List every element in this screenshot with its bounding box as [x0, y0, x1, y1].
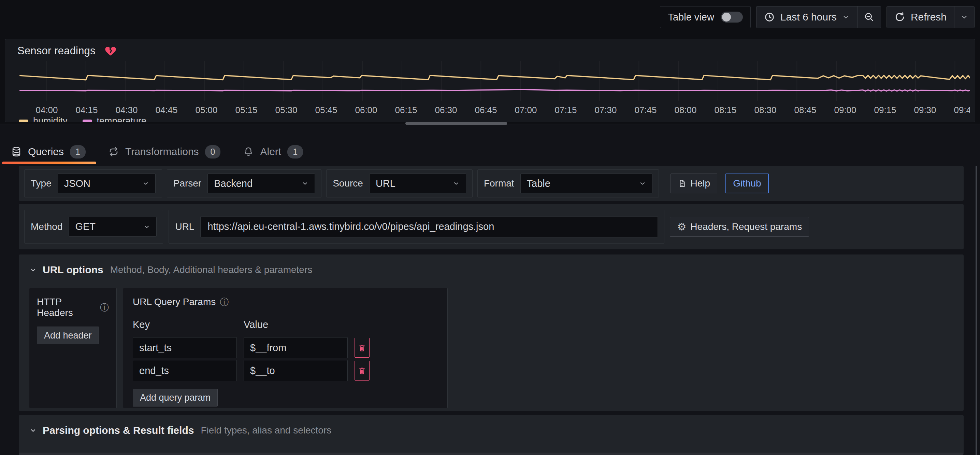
gear-icon: ⚙ — [677, 221, 686, 233]
refresh-button[interactable]: Refresh — [887, 6, 954, 28]
chevron-down-icon — [842, 13, 850, 21]
query-param-row — [133, 360, 438, 381]
param-value-input[interactable] — [243, 360, 348, 381]
tab-count-badge: 1 — [287, 145, 303, 158]
value-column-header: Value — [243, 319, 268, 330]
document-icon — [678, 179, 687, 188]
legend-label: temperature — [97, 116, 147, 122]
add-header-button[interactable]: Add header — [37, 327, 99, 344]
x-axis-tick-label: 08:00 — [674, 105, 697, 115]
legend-item-humidity[interactable]: humidity — [19, 116, 68, 122]
zoom-out-icon — [864, 12, 875, 22]
time-range-picker[interactable]: Last 6 hours — [757, 6, 857, 28]
trash-icon — [358, 343, 366, 352]
github-button[interactable]: Github — [725, 174, 769, 193]
url-query-params-box: URL Query Params ⓘ Key Value — [123, 288, 448, 408]
pane-resize-handle[interactable] — [406, 122, 507, 125]
x-axis-tick-label: 07:15 — [555, 105, 577, 115]
x-axis-tick-label: 07:30 — [594, 105, 617, 115]
editor-toolbar: Table view Last 6 hours Refresh — [0, 0, 980, 34]
headers-request-params-button[interactable]: ⚙ Headers, Request params — [670, 217, 809, 237]
chevron-down-icon — [29, 266, 37, 274]
url-field-group: URL — [169, 210, 664, 244]
chevron-down-icon — [143, 224, 150, 230]
sensor-readings-panel: Sensor readings 04:0004:1504:3004:4505:0… — [5, 39, 975, 122]
transformations-icon — [108, 146, 119, 157]
chevron-down-icon — [961, 13, 968, 21]
parser-label: Parser — [173, 178, 201, 189]
legend-item-temperature[interactable]: temperature — [83, 116, 147, 122]
tab-count-badge: 1 — [70, 145, 86, 158]
chart-legend: humidity temperature — [19, 116, 146, 122]
table-view-switch[interactable] — [721, 12, 743, 22]
chart-plot-area[interactable] — [10, 56, 970, 104]
help-button[interactable]: Help — [670, 174, 718, 193]
x-axis-tick-label: 04:00 — [35, 105, 58, 115]
x-axis-tick-label: 06:15 — [395, 105, 417, 115]
panel-header: Sensor readings — [5, 39, 975, 57]
refresh-interval-dropdown[interactable] — [954, 6, 974, 28]
url-options-header[interactable]: URL options Method, Body, Additional hea… — [29, 260, 953, 276]
temperature-swatch — [83, 120, 92, 122]
section-title: URL options — [43, 264, 103, 276]
x-axis-tick-label: 05:30 — [275, 105, 297, 115]
type-select[interactable]: JSON — [58, 174, 156, 193]
url-query-params-label: URL Query Params — [133, 297, 216, 307]
parsing-options-header[interactable]: Parsing options & Result fields Field ty… — [29, 420, 953, 436]
query-options-row: Type JSON Parser Backend Source URL Form… — [19, 166, 964, 201]
parser-select[interactable]: Backend — [207, 174, 315, 193]
clock-icon — [764, 12, 775, 22]
x-axis-tick-label: 05:00 — [195, 105, 217, 115]
x-axis-tick-label: 09:15 — [874, 105, 896, 115]
query-param-row — [133, 337, 438, 358]
x-axis-tick-label: 04:30 — [115, 105, 137, 115]
tab-transformations[interactable]: Transformations 0 — [108, 145, 221, 158]
param-key-input[interactable] — [133, 337, 237, 358]
humidity-swatch — [19, 120, 28, 122]
url-label: URL — [175, 221, 194, 232]
method-label: Method — [31, 221, 62, 232]
x-axis-tick-label: 08:15 — [714, 105, 737, 115]
tab-label: Transformations — [125, 146, 199, 158]
zoom-out-time-button[interactable] — [857, 6, 881, 28]
url-input[interactable] — [200, 216, 658, 238]
table-view-label: Table view — [668, 12, 714, 23]
delete-param-button[interactable] — [355, 338, 369, 358]
method-select[interactable]: GET — [68, 217, 157, 237]
panel-title: Sensor readings — [18, 45, 95, 57]
horizontal-scrollbar[interactable] — [19, 453, 963, 455]
param-key-input[interactable] — [133, 360, 237, 381]
source-field-group: Source URL — [326, 169, 473, 198]
request-row: Method GET URL ⚙ Headers, Request params — [19, 204, 964, 249]
time-controls-group: Last 6 hours — [756, 6, 881, 28]
database-icon — [11, 146, 22, 157]
url-options-section: URL options Method, Body, Additional hea… — [19, 254, 964, 411]
chevron-down-icon — [302, 180, 309, 187]
time-range-label: Last 6 hours — [780, 11, 837, 23]
vertical-scrollbar[interactable] — [975, 166, 977, 455]
chevron-down-icon — [639, 180, 646, 187]
tab-alert[interactable]: Alert 1 — [243, 145, 303, 158]
add-query-param-button[interactable]: Add query param — [133, 389, 218, 407]
format-field-group: Format Table — [477, 169, 659, 198]
refresh-icon — [894, 12, 905, 22]
broken-heart-icon — [104, 45, 117, 57]
param-value-input[interactable] — [243, 337, 348, 358]
editor-tabs: Queries 1 Transformations 0 Alert 1 — [0, 139, 980, 164]
query-params-column-headers: Key Value — [133, 319, 438, 330]
section-subtitle: Field types, alias and selectors — [200, 425, 331, 436]
x-axis-tick-label: 05:45 — [315, 105, 337, 115]
tab-queries[interactable]: Queries 1 — [11, 145, 86, 158]
delete-param-button[interactable] — [355, 361, 369, 380]
active-tab-indicator — [2, 161, 96, 164]
format-label: Format — [484, 178, 514, 189]
chevron-down-icon — [29, 426, 37, 434]
refresh-group: Refresh — [886, 6, 975, 28]
x-axis-tick-label: 07:45 — [634, 105, 657, 115]
toggle-knob — [722, 13, 731, 22]
legend-label: humidity — [33, 116, 68, 122]
format-select[interactable]: Table — [520, 174, 652, 193]
parser-field-group: Parser Backend — [167, 169, 321, 198]
timeseries-chart[interactable]: 04:0004:1504:3004:4505:0005:1505:3005:45… — [10, 56, 970, 122]
source-select[interactable]: URL — [369, 174, 466, 193]
